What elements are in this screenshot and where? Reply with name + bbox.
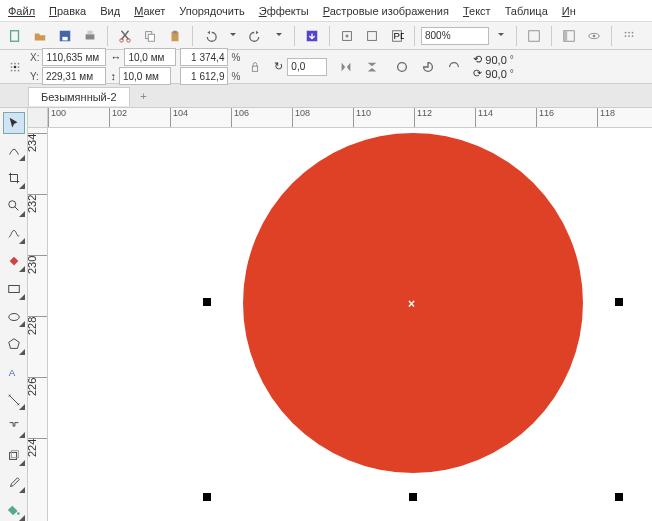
svg-rect-39 xyxy=(8,285,19,292)
svg-rect-4 xyxy=(87,30,92,34)
zoom-tool[interactable] xyxy=(3,195,25,217)
svg-point-37 xyxy=(398,62,407,71)
document-tabs: Безымянный-2 + xyxy=(0,84,652,108)
pie-mode-button[interactable] xyxy=(417,56,439,78)
print-button[interactable] xyxy=(79,25,101,47)
mirror-v-button[interactable] xyxy=(361,56,383,78)
scaley-field[interactable]: 1 612,9 xyxy=(180,67,228,85)
fill-tool[interactable] xyxy=(3,499,25,521)
svg-point-33 xyxy=(11,69,13,71)
ruler-vertical[interactable]: 234232230228226224 xyxy=(28,128,48,521)
y-label: Y: xyxy=(30,71,39,82)
effects-tool[interactable] xyxy=(3,444,25,466)
zoom-field[interactable]: 800% xyxy=(421,27,489,45)
cut-button[interactable] xyxy=(114,25,136,47)
menu-layout[interactable]: Макет xyxy=(134,5,165,17)
ellipse-mode-button[interactable] xyxy=(391,56,413,78)
svg-point-25 xyxy=(628,35,630,37)
x-field[interactable]: 110,635 мм xyxy=(42,48,106,66)
pick-tool[interactable] xyxy=(3,112,25,134)
ruler-horizontal[interactable]: 100102104106108110112114116118 xyxy=(48,108,652,128)
x-label: X: xyxy=(30,52,39,63)
center-marker[interactable]: × xyxy=(408,297,415,311)
zoom-dropdown[interactable] xyxy=(492,25,510,47)
end-angle-value: 90,0 xyxy=(485,68,506,80)
origin-button[interactable] xyxy=(4,56,26,78)
tab-add[interactable]: + xyxy=(134,86,154,106)
canvas-area: 100102104106108110112114116118 234232230… xyxy=(28,108,652,521)
canvas[interactable]: × xyxy=(48,128,652,521)
lock-ratio-button[interactable] xyxy=(244,56,266,78)
menu-arrange[interactable]: Упорядочить xyxy=(179,5,244,17)
handle-mr[interactable] xyxy=(615,298,623,306)
position-fields: X:110,635 мм Y:229,31 мм xyxy=(30,48,106,85)
arc-angles: ⟲90,0° ⟳90,0° xyxy=(473,53,513,80)
dimension-tool[interactable] xyxy=(3,389,25,411)
menu-table[interactable]: Таблица xyxy=(505,5,548,17)
menu-view[interactable]: Вид xyxy=(100,5,120,17)
svg-text:PDF: PDF xyxy=(394,29,405,40)
rotate-icon: ↻ xyxy=(274,60,283,73)
arc-mode-button[interactable] xyxy=(443,56,465,78)
snap-button[interactable] xyxy=(523,25,545,47)
tab-doc1[interactable]: Безымянный-2 xyxy=(28,87,130,106)
mirror-h-button[interactable] xyxy=(335,56,357,78)
svg-rect-42 xyxy=(9,452,16,459)
property-bar: X:110,635 мм Y:229,31 мм ↔10,0 мм ↕10,0 … xyxy=(0,50,652,84)
menu-text[interactable]: Текст xyxy=(463,5,491,17)
menu-effects[interactable]: Эффекты xyxy=(259,5,309,17)
height-field[interactable]: 10,0 мм xyxy=(119,67,171,85)
svg-point-30 xyxy=(11,66,13,68)
scalex-field[interactable]: 1 374,4 xyxy=(180,48,228,66)
undo-button[interactable] xyxy=(199,25,221,47)
freehand-tool[interactable] xyxy=(3,223,25,245)
menu-file[interactable]: Файл xyxy=(8,5,35,17)
width-icon: ↔ xyxy=(110,51,121,63)
polygon-tool[interactable] xyxy=(3,333,25,355)
svg-point-23 xyxy=(632,31,634,33)
svg-point-40 xyxy=(8,313,19,320)
end-angle-icon: ⟳ xyxy=(473,67,482,80)
copy-button[interactable] xyxy=(139,25,161,47)
y-field[interactable]: 229,31 мм xyxy=(42,67,106,85)
svg-rect-36 xyxy=(253,66,258,71)
eyedropper-tool[interactable] xyxy=(3,472,25,494)
shape-tool[interactable] xyxy=(3,140,25,162)
pdf-button[interactable]: PDF xyxy=(386,25,408,47)
rotation-field[interactable]: 0,0 xyxy=(287,58,327,76)
view1-button[interactable] xyxy=(558,25,580,47)
menu-bitmaps[interactable]: Растровые изображения xyxy=(323,5,449,17)
ruler-corner[interactable] xyxy=(28,108,48,128)
menu-tools[interactable]: Ин xyxy=(562,5,576,17)
ellipse-tool[interactable] xyxy=(3,306,25,328)
svg-rect-13 xyxy=(368,31,377,40)
paste-button[interactable] xyxy=(164,25,186,47)
svg-point-22 xyxy=(628,31,630,33)
svg-point-29 xyxy=(18,62,20,64)
view2-button[interactable] xyxy=(583,25,605,47)
new-button[interactable] xyxy=(4,25,26,47)
save-button[interactable] xyxy=(54,25,76,47)
handle-br[interactable] xyxy=(615,493,623,501)
connector-tool[interactable] xyxy=(3,416,25,438)
svg-rect-3 xyxy=(86,34,95,39)
svg-point-34 xyxy=(14,69,16,71)
import-button[interactable] xyxy=(301,25,323,47)
svg-point-20 xyxy=(593,34,596,37)
crop-tool[interactable] xyxy=(3,167,25,189)
handle-bm[interactable] xyxy=(409,493,417,501)
text-tool[interactable]: A xyxy=(3,361,25,383)
redo-button[interactable] xyxy=(245,25,267,47)
width-field[interactable]: 10,0 мм xyxy=(124,48,176,66)
menu-edit[interactable]: Правка xyxy=(49,5,86,17)
redo-dropdown[interactable] xyxy=(270,25,288,47)
undo-dropdown[interactable] xyxy=(224,25,242,47)
export-button[interactable] xyxy=(336,25,358,47)
options-button[interactable] xyxy=(618,25,640,47)
smart-fill-tool[interactable] xyxy=(3,250,25,272)
open-button[interactable] xyxy=(29,25,51,47)
rectangle-tool[interactable] xyxy=(3,278,25,300)
publish-button[interactable] xyxy=(361,25,383,47)
handle-ml[interactable] xyxy=(203,298,211,306)
handle-bl[interactable] xyxy=(203,493,211,501)
